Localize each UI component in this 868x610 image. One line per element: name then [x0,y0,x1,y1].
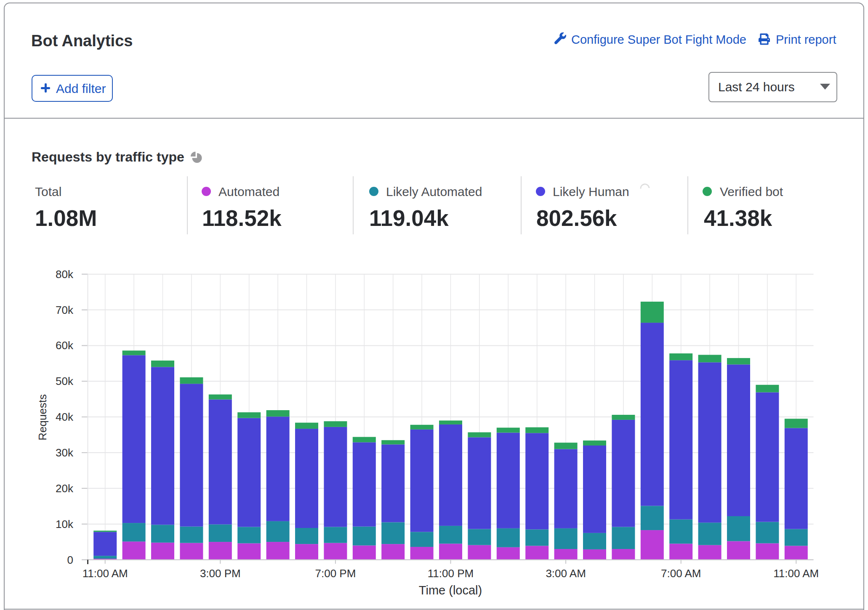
svg-text:Time (local): Time (local) [419,583,482,597]
svg-text:20k: 20k [56,482,74,495]
svg-text:7:00 AM: 7:00 AM [661,567,701,580]
svg-text:Requests: Requests [36,394,49,440]
svg-text:0: 0 [67,554,73,566]
svg-text:30k: 30k [56,446,74,459]
svg-text:50k: 50k [56,375,74,387]
svg-text:60k: 60k [56,339,74,352]
svg-text:11:00 PM: 11:00 PM [428,567,474,580]
svg-text:11:00 AM: 11:00 AM [773,567,819,580]
svg-text:3:00 AM: 3:00 AM [546,567,586,580]
svg-text:80k: 80k [56,268,74,281]
svg-text:3:00 PM: 3:00 PM [200,567,241,580]
svg-text:7:00 PM: 7:00 PM [315,567,356,580]
svg-text:40k: 40k [56,411,74,423]
svg-text:10k: 10k [56,518,74,530]
svg-text:70k: 70k [56,304,74,316]
svg-text:11:00 AM: 11:00 AM [83,567,128,580]
